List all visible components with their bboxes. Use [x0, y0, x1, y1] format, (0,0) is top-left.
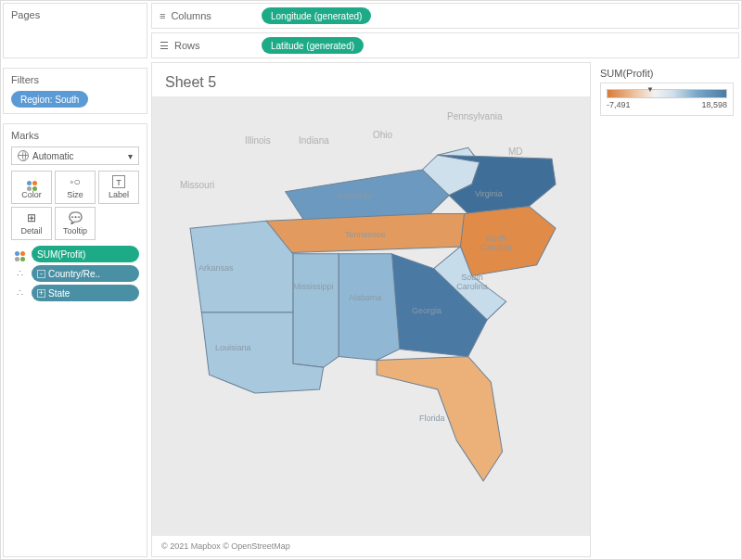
state-kentucky: [286, 170, 449, 221]
pages-shelf[interactable]: Pages: [3, 3, 147, 58]
rows-shelf[interactable]: ☰Rows Latitude (generated): [151, 32, 739, 58]
legend-gradient[interactable]: ▼ -7,491 18,598: [600, 83, 734, 116]
label-button[interactable]: T Label: [98, 171, 139, 204]
columns-label: Columns: [171, 10, 211, 21]
legend-title: SUM(Profit): [600, 68, 734, 79]
marks-card: Marks Automatic ▾ Color ◦○ Size T Label: [3, 123, 147, 557]
color-label: Color: [21, 190, 42, 199]
right-panel: ≡Columns Longitude (generated) ☰Rows Lat…: [149, 1, 741, 559]
label-label: Label: [109, 190, 129, 199]
state-florida: [377, 356, 502, 480]
size-icon: ◦○: [70, 175, 81, 188]
marks-title: Marks: [11, 130, 139, 141]
columns-icon: ≡: [160, 10, 165, 21]
columns-shelf[interactable]: ≡Columns Longitude (generated): [151, 3, 739, 29]
marks-pill-profit[interactable]: SUM(Profit): [32, 246, 139, 262]
choropleth-svg: [152, 96, 590, 536]
color-button[interactable]: Color: [11, 171, 52, 204]
state-mississippi: [293, 254, 339, 367]
detail-encoding-icon[interactable]: ∴: [11, 268, 28, 280]
filters-shelf[interactable]: Filters Region: South: [3, 68, 147, 114]
state-alabama: [339, 254, 400, 361]
legend-pointer-icon: ▼: [646, 85, 654, 94]
left-panel: Pages Filters Region: South Marks Automa…: [1, 1, 149, 559]
size-button[interactable]: ◦○ Size: [55, 171, 96, 204]
color-encoding-icon[interactable]: [11, 247, 28, 262]
marks-type-dropdown[interactable]: Automatic ▾: [11, 146, 139, 165]
tooltip-icon: 💬: [69, 211, 83, 224]
tooltip-button[interactable]: 💬 Tooltip: [55, 207, 96, 240]
map-canvas[interactable]: Illinois Indiana Ohio Pennsylvania MD DE…: [152, 96, 590, 536]
globe-icon: [18, 150, 29, 161]
color-icon: [26, 175, 37, 188]
rows-label: Rows: [174, 40, 200, 51]
chevron-down-icon: ▾: [128, 151, 133, 161]
detail-label: Detail: [20, 226, 42, 235]
rows-pill-latitude[interactable]: Latitude (generated): [262, 37, 364, 54]
map-attribution: © 2021 Mapbox © OpenStreetMap: [152, 536, 590, 556]
marks-dropdown-value: Automatic: [32, 151, 73, 161]
marks-pill-state[interactable]: +State: [32, 285, 139, 301]
filters-title: Filters: [11, 74, 139, 85]
detail-icon: ⊞: [27, 211, 36, 224]
pages-title: Pages: [11, 9, 139, 20]
state-tennessee: [259, 213, 468, 253]
detail-button[interactable]: ⊞ Detail: [11, 207, 52, 240]
tooltip-label: Tooltip: [63, 226, 87, 235]
label-icon: T: [112, 175, 125, 188]
state-arkansas: [190, 221, 293, 312]
viz-area[interactable]: Sheet 5 Illinois Indiana Ohio Pennsylvan…: [151, 62, 591, 557]
marks-pill-country[interactable]: -Country/Re..: [32, 265, 139, 282]
legend-panel: SUM(Profit) ▼ -7,491 18,598: [593, 60, 741, 559]
detail-encoding-icon-2[interactable]: ∴: [11, 287, 28, 299]
rows-icon: ☰: [160, 40, 169, 52]
legend-min: -7,491: [607, 100, 631, 109]
state-northcarolina: [460, 207, 556, 276]
sheet-title: Sheet 5: [152, 63, 590, 96]
legend-max: 18,598: [701, 100, 727, 109]
columns-pill-longitude[interactable]: Longitude (generated): [262, 7, 371, 24]
size-label: Size: [67, 190, 83, 199]
filter-pill-region[interactable]: Region: South: [11, 91, 88, 108]
